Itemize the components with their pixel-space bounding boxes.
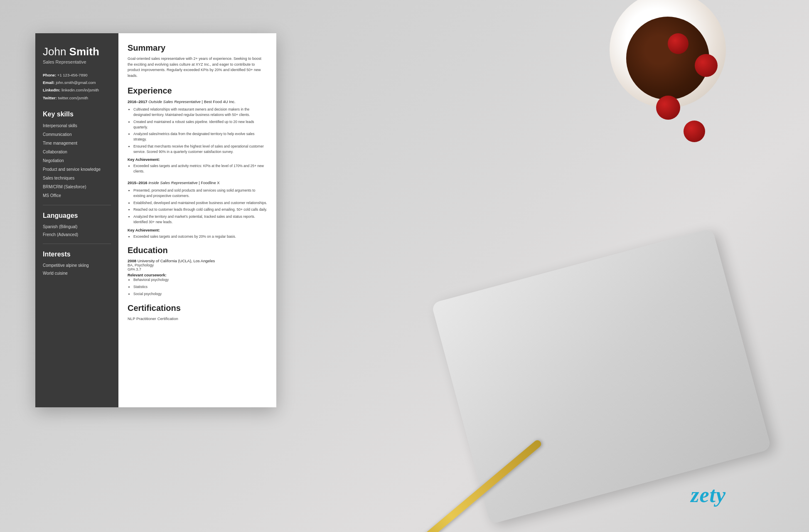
edu-degree: BA, Psychology xyxy=(128,263,267,267)
edu-coursework-list: Behavioral psychology Statistics Social … xyxy=(128,277,267,296)
exp-bullet-1-4: Ensured that merchants receive the highe… xyxy=(133,144,267,155)
achievement-text-2: Exceeded sales targets and outcomes by 2… xyxy=(133,234,267,239)
achievement-text-1: Exceeded sales targets and activity metr… xyxy=(133,163,267,174)
phone-value: +1 123-456-7890 xyxy=(57,73,88,77)
achievement-bullets-1: Exceeded sales targets and activity metr… xyxy=(128,163,267,174)
linkedin-label: LinkedIn: xyxy=(43,88,60,92)
cherry-decoration-3 xyxy=(656,96,680,120)
first-name: John xyxy=(43,45,69,58)
education-title: Education xyxy=(128,246,267,255)
twitter-label: Twitter: xyxy=(43,96,57,100)
coursework-2: Statistics xyxy=(133,284,267,290)
languages-list: Spanish (Bilingual) French (Advanced) xyxy=(43,224,111,237)
summary-section: Summary Goal-oriented sales representati… xyxy=(128,43,267,79)
exp-bullets-1: Cultivated relationships with restaurant… xyxy=(128,107,267,154)
experience-section: Experience 2016–2017 Outside Sales Repre… xyxy=(128,86,267,239)
twitter-value: twitter.com/jsmith xyxy=(58,96,88,100)
exp-bullet-2-4: Analyzed the territory and market's pote… xyxy=(133,214,267,225)
exp-entry-1: 2016–2017 Outside Sales Representative |… xyxy=(128,99,267,174)
resume-main: Summary Goal-oriented sales representati… xyxy=(118,33,276,407)
skill-sales-techniques: Sales techniques xyxy=(43,175,111,181)
email-label: Email: xyxy=(43,80,55,85)
candidate-title: Sales Representative xyxy=(43,59,111,64)
sidebar-divider-2 xyxy=(43,244,111,244)
experience-title: Experience xyxy=(128,86,267,96)
languages-section-title: Languages xyxy=(43,212,111,219)
zety-logo: zety xyxy=(691,483,726,507)
certifications-section: Certifications NLP Practitioner Certific… xyxy=(128,303,267,321)
skill-brm-crm: BRM/CRM (Salesforce) xyxy=(43,184,111,190)
exp-header-2: 2015–2016 Inside Sales Representative | … xyxy=(128,180,267,185)
twitter-contact: Twitter: twitter.com/jsmith xyxy=(43,96,111,101)
coursework-1: Behavioral psychology xyxy=(133,277,267,283)
achievement-label-2: Key Achievement: xyxy=(128,228,267,232)
achievement-bullets-2: Exceeded sales targets and outcomes by 2… xyxy=(128,234,267,239)
sidebar-divider-1 xyxy=(43,205,111,205)
exp-role-2: Inside Sales Representative xyxy=(148,180,197,185)
interests-list: Competitive alpine skiing World cuisine xyxy=(43,263,111,276)
edu-coursework-label: Relevant coursework: xyxy=(128,273,267,277)
exp-entry-2: 2015–2016 Inside Sales Representative | … xyxy=(128,180,267,239)
edu-entry-1: 2008 University of California (UCLA), Lo… xyxy=(128,259,267,296)
linkedin-contact: LinkedIn: linkedin.com/in/jsmith xyxy=(43,88,111,93)
exp-bullet-2-2: Established, developed and maintained po… xyxy=(133,200,267,206)
candidate-name: John Smith xyxy=(43,46,111,58)
skill-ms-office: MS Office xyxy=(43,193,111,198)
education-section: Education 2008 University of California … xyxy=(128,246,267,296)
exp-bullet-2-1: Presented, promoted and sold products an… xyxy=(133,188,267,199)
cherry-decoration-1 xyxy=(668,33,689,54)
exp-bullet-2-3: Reached out to customer leads through co… xyxy=(133,207,267,212)
exp-separator-1: | Best Food 4U Inc. xyxy=(202,99,236,104)
skills-section-title: Key skills xyxy=(43,111,111,118)
resume-body: John Smith Sales Representative Phone: +… xyxy=(35,33,276,407)
skill-interpersonal: Interpersonal skills xyxy=(43,123,111,128)
exp-bullet-1-1: Cultivated relationships with restaurant… xyxy=(133,107,267,118)
email-contact: Email: john.smith@gmail.com xyxy=(43,80,111,85)
phone-contact: Phone: +1 123-456-7890 xyxy=(43,73,111,78)
summary-text: Goal-oriented sales representative with … xyxy=(128,56,267,79)
skill-negotiation: Negotiation xyxy=(43,158,111,163)
edu-gpa: GPA 3.7 xyxy=(128,267,267,271)
certifications-title: Certifications xyxy=(128,303,267,313)
coursework-3: Social psychology xyxy=(133,291,267,297)
exp-years-1: 2016–2017 xyxy=(128,99,148,104)
edu-school-name: University of California (UCLA), Los Ang… xyxy=(138,259,215,263)
resume-sidebar: John Smith Sales Representative Phone: +… xyxy=(35,33,118,407)
interest-skiing: Competitive alpine skiing xyxy=(43,263,111,268)
exp-bullet-1-3: Analyzed sales/metrics data from the des… xyxy=(133,131,267,142)
last-name: Smith xyxy=(69,45,99,58)
email-value: john.smith@gmail.com xyxy=(56,80,96,85)
lang-french: French (Advanced) xyxy=(43,232,111,237)
skills-list: Interpersonal skills Communication Time … xyxy=(43,123,111,198)
cert-nlp: NLP Practitioner Certification xyxy=(128,316,267,321)
skill-communication: Communication xyxy=(43,132,111,137)
skill-time-management: Time management xyxy=(43,140,111,146)
exp-separator-2: | Foodline X xyxy=(199,180,220,185)
achievement-label-1: Key Achievement: xyxy=(128,158,267,162)
cherry-decoration-4 xyxy=(684,121,705,142)
interests-section-title: Interests xyxy=(43,251,111,258)
phone-label: Phone: xyxy=(43,73,56,77)
resume-document: John Smith Sales Representative Phone: +… xyxy=(35,33,276,407)
edu-year: 2008 xyxy=(128,259,136,263)
summary-title: Summary xyxy=(128,43,267,53)
edu-school-line: 2008 University of California (UCLA), Lo… xyxy=(128,259,267,263)
skill-product-knowledge: Product and service knowledge xyxy=(43,167,111,172)
cherry-decoration-2 xyxy=(695,54,718,77)
exp-bullets-2: Presented, promoted and sold products an… xyxy=(128,188,267,225)
exp-role-1: Outside Sales Representative xyxy=(148,99,201,104)
exp-bullet-1-2: Created and maintained a robust sales pi… xyxy=(133,119,267,130)
contact-section: Phone: +1 123-456-7890 Email: john.smith… xyxy=(43,73,111,101)
lang-spanish: Spanish (Bilingual) xyxy=(43,224,111,229)
exp-years-2: 2015–2016 xyxy=(128,180,148,185)
interest-cuisine: World cuisine xyxy=(43,271,111,276)
skill-collaboration: Collaboration xyxy=(43,149,111,155)
exp-header-1: 2016–2017 Outside Sales Representative |… xyxy=(128,99,267,104)
linkedin-value: linkedin.com/in/jsmith xyxy=(61,88,99,92)
